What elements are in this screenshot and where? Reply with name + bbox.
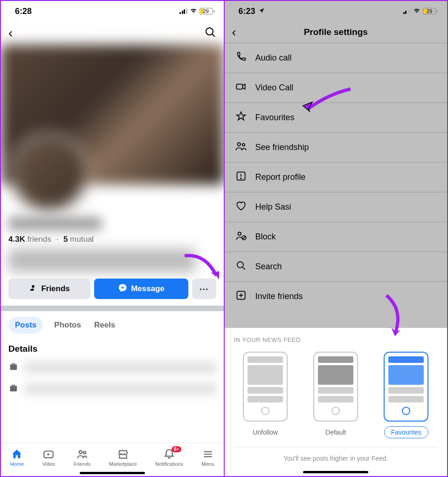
profile-bio xyxy=(8,249,195,272)
feed-option-favourites[interactable]: Favourites xyxy=(384,352,428,438)
search-icon xyxy=(235,259,247,274)
location-icon xyxy=(258,7,265,16)
friends-count-line[interactable]: 4.3K friends · 5 mutual xyxy=(8,235,216,244)
feed-options: Unfollow Default Favourites xyxy=(232,352,440,438)
friends-button[interactable]: Friends xyxy=(8,279,90,299)
cellular-signal-icon xyxy=(179,8,187,14)
svg-point-10 xyxy=(241,178,241,179)
setting-see-friendship[interactable]: See friendship xyxy=(225,133,448,163)
messenger-icon xyxy=(118,283,127,295)
invite-icon xyxy=(235,289,247,304)
phone-icon xyxy=(235,51,247,65)
back-button[interactable]: ‹ xyxy=(8,27,13,40)
svg-point-7 xyxy=(242,143,244,146)
profile-action-row: Friends Message ⋯ xyxy=(1,279,224,306)
setting-favourites[interactable]: Favourites xyxy=(225,103,448,133)
settings-title: Profile settings xyxy=(304,27,368,37)
setting-help[interactable]: Help Sasi xyxy=(225,192,448,222)
battery-icon: 29 xyxy=(423,8,438,14)
svg-point-0 xyxy=(206,28,213,35)
feed-option-default[interactable]: Default xyxy=(313,352,358,438)
block-icon xyxy=(235,230,247,244)
status-time: 6:23 xyxy=(239,7,255,16)
nav-video[interactable]: Video xyxy=(42,448,55,467)
svg-line-1 xyxy=(212,34,214,36)
sheet-divider xyxy=(234,447,438,447)
feed-preview-icon xyxy=(313,352,358,422)
svg-point-3 xyxy=(79,450,83,454)
notification-badge: 9+ xyxy=(172,446,181,452)
nav-home[interactable]: Home xyxy=(10,448,24,467)
phone-left-profile: 6:28 29 ‹ 4.3K friends · 5 mutual xyxy=(1,1,225,476)
nav-notifications[interactable]: 9+ Notifications xyxy=(155,448,183,467)
tab-photos[interactable]: Photos xyxy=(52,317,83,334)
setting-search[interactable]: Search xyxy=(225,252,448,282)
setting-invite-friends[interactable]: Invite friends xyxy=(225,282,448,311)
nav-marketplace[interactable]: Marketplace xyxy=(109,448,137,467)
status-indicators: 29 xyxy=(179,6,214,17)
video-icon xyxy=(42,448,55,460)
details-heading: Details xyxy=(1,339,224,357)
profile-avatar[interactable] xyxy=(9,133,89,212)
bottom-nav: Home Video Friends Marketplace 9+ Notifi… xyxy=(1,443,224,476)
sheet-note: You'll see posts higher in your Feed. xyxy=(232,455,440,462)
svg-point-11 xyxy=(238,232,241,235)
status-time: 6:28 xyxy=(15,7,32,16)
cellular-signal-icon xyxy=(403,8,411,14)
battery-icon: 29 xyxy=(200,8,214,14)
status-indicators: 29 xyxy=(403,6,438,17)
report-icon xyxy=(235,170,247,184)
profile-tabs: Posts Photos Reels xyxy=(1,311,224,339)
star-icon xyxy=(235,110,247,125)
screenshot-comparison: 6:28 29 ‹ 4.3K friends · 5 mutual xyxy=(0,0,448,477)
settings-list: Audio call Video Call Favourites See fri… xyxy=(225,43,448,311)
details-row-work1[interactable] xyxy=(1,357,224,378)
home-indicator[interactable] xyxy=(80,472,145,474)
home-icon xyxy=(11,448,23,460)
svg-point-14 xyxy=(237,262,243,268)
briefcase-icon xyxy=(8,383,19,395)
profile-nav-bar: ‹ xyxy=(1,21,224,45)
svg-line-15 xyxy=(242,267,245,269)
feed-preview-icon xyxy=(384,352,428,422)
back-button[interactable]: ‹ xyxy=(232,26,236,38)
more-options-button[interactable]: ⋯ xyxy=(192,279,216,299)
profile-name xyxy=(8,217,102,230)
sheet-title: IN YOUR NEWS FEED xyxy=(232,336,440,343)
feed-option-unfollow[interactable]: Unfollow xyxy=(243,352,288,438)
settings-header: ‹ Profile settings xyxy=(225,21,448,43)
setting-video-call[interactable]: Video Call xyxy=(225,73,448,103)
briefcase-icon xyxy=(8,361,19,374)
svg-rect-5 xyxy=(236,84,242,89)
menu-icon xyxy=(202,448,214,460)
tab-posts[interactable]: Posts xyxy=(8,317,43,334)
cover-photo[interactable] xyxy=(1,45,224,184)
feed-preview-icon xyxy=(243,352,288,422)
details-row-work2[interactable] xyxy=(1,378,224,400)
status-bar: 6:28 29 xyxy=(1,1,224,21)
svg-point-6 xyxy=(237,143,241,146)
status-bar: 6:23 29 xyxy=(225,1,448,21)
svg-line-13 xyxy=(242,236,246,239)
tab-reels[interactable]: Reels xyxy=(92,317,117,334)
friend-icon xyxy=(29,284,37,294)
section-divider xyxy=(1,306,224,311)
video-camera-icon xyxy=(235,81,247,95)
search-button[interactable] xyxy=(204,26,216,40)
message-button[interactable]: Message xyxy=(94,279,188,299)
svg-point-4 xyxy=(83,451,86,454)
friends-icon xyxy=(76,448,88,460)
wifi-icon xyxy=(413,6,421,17)
marketplace-icon xyxy=(117,448,129,460)
setting-audio-call[interactable]: Audio call xyxy=(225,43,448,73)
setting-report-profile[interactable]: Report profile xyxy=(225,163,448,192)
nav-friends[interactable]: Friends xyxy=(74,448,91,467)
nav-menu[interactable]: Menu xyxy=(201,448,214,467)
wifi-icon xyxy=(189,6,198,17)
people-icon xyxy=(235,140,247,155)
news-feed-sheet: IN YOUR NEWS FEED Unfollow Default xyxy=(225,328,448,476)
phone-right-settings: 6:23 29 ‹ Profile settings Audio call xyxy=(225,1,448,476)
setting-block[interactable]: Block xyxy=(225,222,448,252)
home-indicator[interactable] xyxy=(303,471,368,473)
heart-icon xyxy=(235,200,247,214)
